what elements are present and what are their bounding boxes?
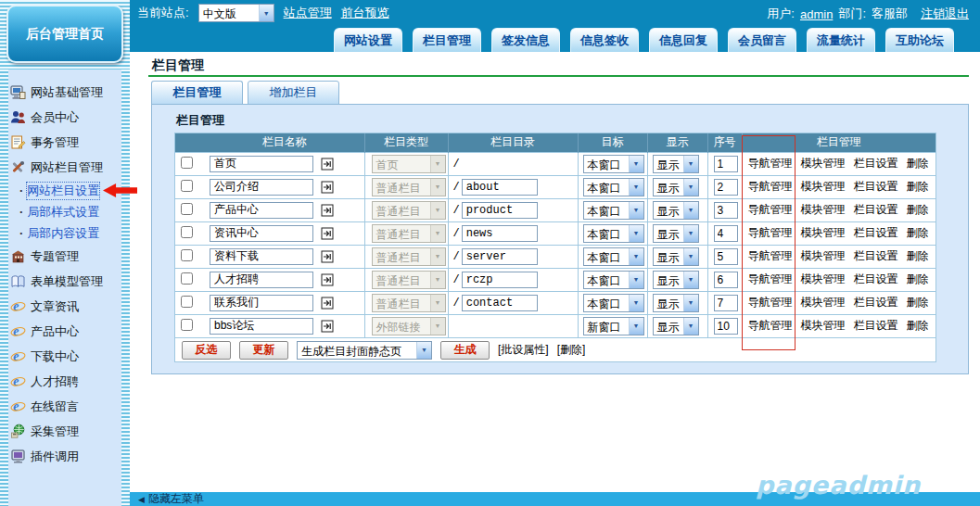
open-page-icon[interactable]: [321, 320, 334, 333]
row-checkbox[interactable]: [181, 272, 193, 285]
sequence-input[interactable]: [714, 179, 738, 196]
sidebar-item[interactable]: e文章资讯: [8, 294, 121, 319]
column-settings-link[interactable]: 栏目设置: [854, 156, 898, 171]
open-page-icon[interactable]: [321, 297, 334, 310]
open-page-icon[interactable]: [321, 250, 334, 263]
sidebar-item[interactable]: e产品中心: [8, 319, 121, 344]
front-preview-link[interactable]: 前台预览: [341, 5, 389, 21]
nav-manage-link[interactable]: 导航管理: [748, 248, 793, 264]
sequence-input[interactable]: [714, 248, 738, 265]
column-name-input[interactable]: [210, 272, 313, 288]
generate-action-select[interactable]: 生成栏目封面静态页 ▼: [297, 341, 432, 360]
sidebar-item[interactable]: 表单模型管理: [8, 269, 121, 294]
delete-link[interactable]: 删除: [907, 248, 929, 264]
column-settings-link[interactable]: 栏目设置: [854, 225, 898, 241]
column-type-select[interactable]: 普通栏目▼: [372, 224, 446, 243]
top-nav-tab[interactable]: 流量统计: [807, 28, 875, 52]
nav-manage-link[interactable]: 导航管理: [748, 225, 793, 241]
nav-manage-link[interactable]: 导航管理: [748, 202, 793, 218]
module-manage-link[interactable]: 模块管理: [801, 156, 846, 171]
open-page-icon[interactable]: [321, 158, 334, 171]
sidebar-item[interactable]: 网站栏目管理: [8, 155, 121, 180]
delete-link[interactable]: 删除: [907, 179, 929, 195]
display-select[interactable]: 显示▼: [653, 294, 699, 312]
column-dir-input[interactable]: [462, 179, 538, 196]
target-select[interactable]: 本窗口▼: [583, 178, 644, 196]
delete-link[interactable]: 删除: [907, 272, 929, 287]
target-select[interactable]: 本窗口▼: [583, 201, 644, 220]
admin-home-button[interactable]: 后台管理首页: [6, 5, 123, 63]
row-checkbox[interactable]: [181, 157, 193, 169]
display-select[interactable]: 显示▼: [653, 247, 699, 266]
column-type-select[interactable]: 普通栏目▼: [372, 294, 446, 312]
column-type-select[interactable]: 外部链接▼: [372, 317, 446, 335]
row-checkbox[interactable]: [181, 226, 193, 238]
site-select[interactable]: 中文版 ▼: [198, 4, 274, 22]
column-dir-input[interactable]: [462, 225, 538, 242]
row-checkbox[interactable]: [181, 249, 193, 261]
nav-manage-link[interactable]: 导航管理: [748, 318, 793, 334]
generate-button[interactable]: 生成: [440, 341, 490, 360]
row-checkbox[interactable]: [181, 319, 193, 331]
column-settings-link[interactable]: 栏目设置: [854, 318, 898, 334]
sidebar-item[interactable]: 网站基础管理: [8, 80, 121, 105]
display-select[interactable]: 显示▼: [653, 271, 699, 289]
module-manage-link[interactable]: 模块管理: [801, 202, 846, 218]
column-type-select[interactable]: 首页▼: [372, 155, 446, 173]
sidebar-item[interactable]: e人才招聘: [8, 369, 121, 394]
open-page-icon[interactable]: [321, 227, 334, 240]
sequence-input[interactable]: [714, 202, 738, 219]
column-dir-input[interactable]: [462, 202, 538, 219]
sidebar-subitem[interactable]: ·局部样式设置: [8, 201, 121, 222]
sidebar-item[interactable]: 插件调用: [8, 444, 121, 469]
column-type-select[interactable]: 普通栏目▼: [372, 178, 446, 196]
row-checkbox[interactable]: [181, 180, 193, 192]
open-page-icon[interactable]: [321, 204, 334, 217]
tab-other[interactable]: 增加栏目: [248, 81, 339, 105]
delete-link[interactable]: 删除: [907, 318, 929, 334]
column-settings-link[interactable]: 栏目设置: [854, 202, 898, 218]
target-select[interactable]: 本窗口▼: [583, 155, 644, 173]
column-type-select[interactable]: 普通栏目▼: [372, 201, 446, 220]
column-name-input[interactable]: [210, 225, 313, 242]
column-dir-input[interactable]: [462, 295, 538, 311]
display-select[interactable]: 显示▼: [653, 155, 699, 173]
column-type-select[interactable]: 普通栏目▼: [372, 271, 446, 289]
column-name-input[interactable]: [210, 156, 313, 172]
module-manage-link[interactable]: 模块管理: [801, 272, 846, 287]
module-manage-link[interactable]: 模块管理: [801, 179, 846, 195]
top-nav-tab[interactable]: 网站设置: [334, 28, 402, 52]
column-name-input[interactable]: [210, 248, 313, 265]
top-nav-tab[interactable]: 会员留言: [728, 28, 796, 52]
column-dir-input[interactable]: [462, 272, 538, 288]
nav-manage-link[interactable]: 导航管理: [748, 272, 793, 287]
sidebar-item[interactable]: 会员中心: [8, 105, 121, 130]
batch-attr-link[interactable]: [批设属性]: [498, 342, 549, 358]
open-page-icon[interactable]: [321, 273, 334, 286]
column-name-input[interactable]: [210, 179, 313, 196]
display-select[interactable]: 显示▼: [653, 317, 699, 335]
sequence-input[interactable]: [714, 225, 738, 242]
delete-link[interactable]: 删除: [907, 156, 929, 171]
column-name-input[interactable]: [210, 202, 313, 219]
display-select[interactable]: 显示▼: [653, 224, 699, 243]
column-dir-input[interactable]: [462, 248, 538, 265]
invert-selection-button[interactable]: 反选: [182, 341, 231, 360]
top-nav-tab[interactable]: 信息签收: [570, 28, 639, 52]
nav-manage-link[interactable]: 导航管理: [748, 156, 793, 171]
sequence-input[interactable]: [714, 156, 738, 172]
column-settings-link[interactable]: 栏目设置: [854, 179, 898, 195]
module-manage-link[interactable]: 模块管理: [801, 295, 846, 310]
top-nav-tab[interactable]: 互助论坛: [885, 28, 954, 52]
top-nav-tab[interactable]: 签发信息: [491, 28, 560, 52]
sidebar-subitem[interactable]: ·网站栏目设置: [8, 180, 121, 201]
sidebar-item[interactable]: 专题管理: [8, 244, 121, 269]
column-settings-link[interactable]: 栏目设置: [854, 248, 898, 264]
batch-delete-link[interactable]: [删除]: [557, 342, 586, 358]
module-manage-link[interactable]: 模块管理: [801, 248, 846, 264]
column-type-select[interactable]: 普通栏目▼: [372, 247, 446, 266]
nav-manage-link[interactable]: 导航管理: [748, 179, 793, 195]
row-checkbox[interactable]: [181, 203, 193, 215]
column-name-input[interactable]: [210, 318, 313, 335]
target-select[interactable]: 新窗口▼: [583, 317, 644, 335]
